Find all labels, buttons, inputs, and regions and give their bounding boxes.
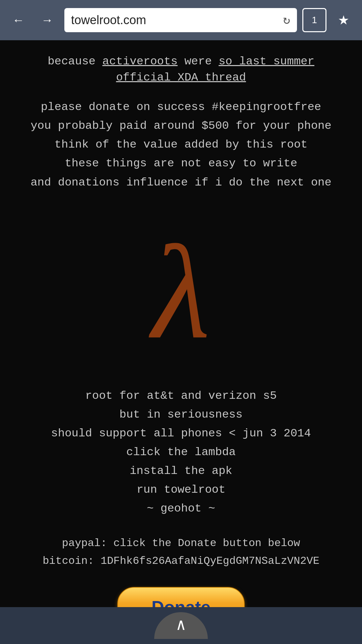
were-text: were xyxy=(178,55,219,68)
instr-line-1: root for at&t and verizon s5 xyxy=(10,386,352,405)
links-section: because activeroots were so last summer … xyxy=(10,54,352,86)
payment-info: paypal: click the Donate button below bi… xyxy=(10,535,352,570)
instr-line-4: click the lambda xyxy=(10,443,352,462)
address-bar[interactable]: towelroot.com ↻ xyxy=(64,8,297,32)
page-content: because activeroots were so last summer … xyxy=(0,40,362,644)
back-button[interactable]: ← xyxy=(7,8,30,32)
paypal-line: paypal: click the Donate button below xyxy=(10,535,352,552)
links-line-1: because activeroots were so last summer xyxy=(10,54,352,70)
lambda-container[interactable]: λ xyxy=(10,205,352,386)
donate-message: please donate on success #keepingrootfre… xyxy=(10,98,352,192)
donate-line-5: and donations influence if i do the next… xyxy=(10,173,352,192)
links-line-2: official XDA thread xyxy=(10,70,352,86)
activeroots-link[interactable]: activeroots xyxy=(102,55,177,68)
donate-line-4: these things are not easy to write xyxy=(10,154,352,173)
instructions-section: root for at&t and verizon s5 but in seri… xyxy=(10,386,352,518)
bookmark-button[interactable]: ★ xyxy=(332,8,355,32)
browser-chrome: ← → towelroot.com ↻ 1 ★ xyxy=(0,0,362,40)
bottom-arc-button[interactable]: ∧ xyxy=(154,612,208,639)
instr-line-6: run towelroot xyxy=(10,480,352,499)
so-last-summer-link[interactable]: so last summer xyxy=(219,55,314,68)
instr-line-5: install the apk xyxy=(10,462,352,480)
url-text: towelroot.com xyxy=(71,13,146,27)
chevron-up-icon: ∧ xyxy=(176,618,186,634)
bitcoin-line: bitcoin: 1DFhk6fs26AafaNiQyEgdGM7NSaLzVN… xyxy=(10,552,352,570)
donate-line-1: please donate on success #keepingrootfre… xyxy=(10,98,352,116)
because-text: because xyxy=(48,55,102,68)
forward-button[interactable]: → xyxy=(36,8,59,32)
bottom-nav-bar: ∧ xyxy=(0,607,362,644)
donate-line-2: you probably paid around $500 for your p… xyxy=(10,116,352,135)
donate-line-3: think of the value added by this root xyxy=(10,135,352,154)
lambda-icon[interactable]: λ xyxy=(152,225,210,360)
instr-line-3: should support all phones < jun 3 2014 xyxy=(10,424,352,443)
xda-link[interactable]: official XDA thread xyxy=(116,71,246,84)
instr-line-7: ~ geohot ~ xyxy=(10,499,352,518)
instr-line-2: but in seriousness xyxy=(10,405,352,424)
tab-count[interactable]: 1 xyxy=(302,8,326,32)
reload-icon[interactable]: ↻ xyxy=(283,13,290,28)
